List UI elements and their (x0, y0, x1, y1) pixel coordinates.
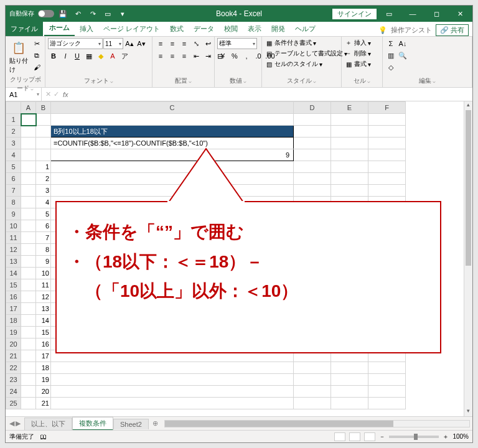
row-header[interactable]: 24 (6, 386, 21, 398)
col-header[interactable]: D (294, 102, 331, 114)
cell[interactable]: B列10以上18以下 (51, 126, 294, 138)
cell[interactable] (331, 374, 368, 386)
cell[interactable] (294, 173, 331, 185)
row-header[interactable]: 22 (6, 362, 21, 374)
cancel-formula-icon[interactable]: ✕ (45, 90, 51, 98)
cell[interactable] (21, 138, 36, 149)
fill-color-button[interactable]: ◆ (95, 50, 106, 62)
sheet-tab[interactable]: Sheet2 (113, 419, 149, 429)
ribbon-options-icon[interactable]: ▭ (378, 6, 400, 22)
grow-font-icon[interactable]: A▴ (124, 38, 135, 49)
cell-styles-button[interactable]: ▧セルのスタイル ▾ (265, 59, 347, 69)
cell[interactable]: 20 (36, 386, 51, 398)
row-header[interactable]: 9 (6, 208, 21, 220)
scroll-down-icon[interactable]: ▾ (464, 408, 472, 416)
shrink-font-icon[interactable]: A▾ (136, 38, 147, 49)
horizontal-scrollbar[interactable] (164, 420, 470, 427)
view-page-break-icon[interactable] (364, 432, 375, 441)
cell[interactable] (21, 350, 36, 362)
tab-formulas[interactable]: 数式 (165, 22, 189, 36)
undo-icon[interactable]: ↶ (72, 7, 84, 20)
tab-insert[interactable]: 挿入 (75, 22, 98, 36)
cell[interactable]: 17 (36, 350, 51, 362)
fill-icon[interactable]: ▥ (385, 50, 396, 61)
cell[interactable]: 2 (36, 173, 51, 185)
cell[interactable] (368, 185, 406, 197)
copy-icon[interactable]: ⧉ (31, 50, 42, 61)
cell[interactable] (368, 173, 406, 185)
align-right-icon[interactable]: ≡ (179, 50, 190, 62)
row-header[interactable]: 2 (6, 126, 21, 138)
zoom-slider[interactable] (389, 436, 439, 438)
cell[interactable] (294, 374, 331, 386)
sheet-nav-next-icon[interactable]: ▶ (16, 419, 21, 427)
percent-icon[interactable]: % (229, 50, 240, 62)
col-header[interactable]: A (21, 102, 36, 114)
cell[interactable]: 21 (36, 398, 51, 409)
cell[interactable] (294, 138, 331, 149)
align-top-icon[interactable]: ≡ (155, 38, 166, 49)
cell[interactable] (331, 185, 368, 197)
cell[interactable] (331, 126, 368, 138)
cell[interactable]: 10 (36, 268, 51, 279)
cell[interactable]: 1 (36, 161, 51, 173)
cell[interactable] (21, 338, 36, 350)
tab-review[interactable]: 校閲 (219, 22, 243, 36)
align-center-icon[interactable]: ≡ (167, 50, 178, 62)
row-header[interactable]: 7 (6, 185, 21, 197)
sheet-tab-active[interactable]: 複数条件 (72, 417, 113, 431)
enter-formula-icon[interactable]: ✓ (54, 90, 59, 98)
cell[interactable] (21, 268, 36, 279)
cell[interactable] (36, 138, 51, 149)
cell[interactable]: 18 (36, 362, 51, 374)
cell[interactable] (294, 149, 331, 161)
cell[interactable] (21, 232, 36, 244)
row-header[interactable]: 14 (6, 268, 21, 279)
row-header[interactable]: 1 (6, 114, 21, 126)
cell[interactable]: 14 (36, 315, 51, 327)
cell[interactable] (21, 126, 36, 138)
tab-data[interactable]: データ (189, 22, 219, 36)
cell[interactable] (368, 138, 406, 149)
cell[interactable] (21, 291, 36, 303)
cell[interactable] (51, 386, 294, 398)
indent-inc-icon[interactable]: ⇥ (202, 50, 213, 62)
row-header[interactable]: 5 (6, 161, 21, 173)
row-header[interactable]: 13 (6, 256, 21, 268)
cell[interactable] (294, 386, 331, 398)
scroll-thumb[interactable] (466, 110, 471, 266)
font-color-button[interactable]: A (107, 50, 118, 62)
cell[interactable] (368, 149, 406, 161)
zoom-in-icon[interactable]: ＋ (443, 432, 449, 441)
clear-icon[interactable]: ◇ (385, 62, 396, 73)
cell[interactable] (21, 161, 36, 173)
sort-filter-icon[interactable]: A↓ (397, 38, 408, 49)
cell[interactable] (331, 362, 368, 374)
save-icon[interactable]: 💾 (57, 7, 69, 20)
fx-icon[interactable]: fx (63, 91, 71, 98)
align-left-icon[interactable]: ≡ (155, 50, 166, 62)
cell[interactable]: 6 (36, 220, 51, 232)
cell[interactable] (294, 185, 331, 197)
cell[interactable] (21, 279, 36, 291)
row-header[interactable]: 19 (6, 327, 21, 338)
cell[interactable]: 16 (36, 338, 51, 350)
view-page-layout-icon[interactable] (349, 432, 360, 441)
font-name-combo[interactable]: 游ゴシック (48, 38, 103, 49)
tab-help[interactable]: ヘルプ (290, 22, 321, 36)
delete-cells-button[interactable]: －削除 ▾ (344, 49, 371, 58)
row-header[interactable]: 8 (6, 197, 21, 208)
pointer-icon[interactable]: ▭ (101, 7, 114, 20)
cell[interactable] (331, 149, 368, 161)
maximize-icon[interactable]: ◻ (425, 6, 448, 22)
cell[interactable] (368, 114, 406, 126)
cell[interactable]: 15 (36, 327, 51, 338)
row-header[interactable]: 23 (6, 374, 21, 386)
cell[interactable] (21, 398, 36, 409)
orientation-icon[interactable]: ⤡ (190, 38, 202, 49)
row-header[interactable]: 15 (6, 279, 21, 291)
align-middle-icon[interactable]: ≡ (167, 38, 178, 49)
tab-page-layout[interactable]: ページ レイアウト (98, 22, 165, 36)
col-header[interactable]: F (368, 102, 406, 114)
row-header[interactable]: 16 (6, 291, 21, 303)
